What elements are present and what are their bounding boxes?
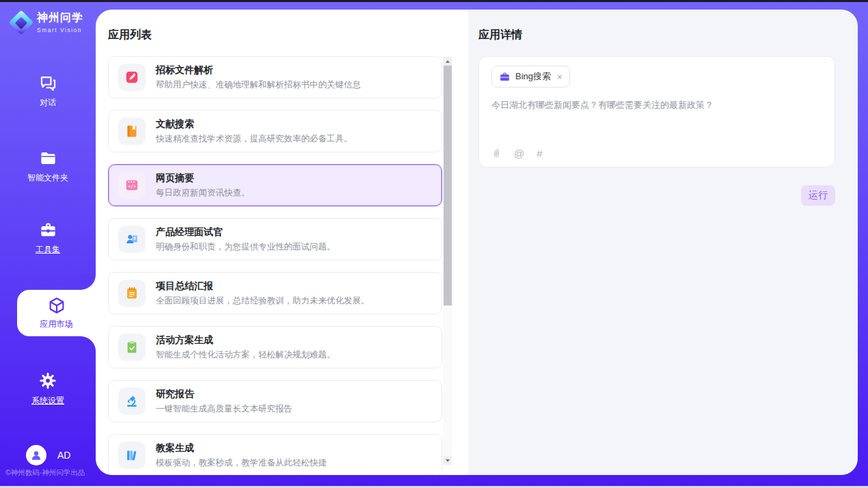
- app-list: 招标文件解析 帮助用户快速、准确地理解和解析招标书中的关键信息: [108, 56, 442, 475]
- book-icon: [124, 124, 139, 139]
- app-card-text: 招标文件解析 帮助用户快速、准确地理解和解析招标书中的关键信息: [156, 64, 361, 91]
- app-card-desc: 全面回顾项目进展，总结经验教训，助力未来优化发展。: [156, 295, 370, 307]
- cube-icon: [47, 296, 66, 315]
- window-top-edge: [0, 0, 868, 2]
- tab-curve-bottom: [81, 336, 96, 351]
- tab-curve-top: [81, 275, 96, 290]
- app-list-title: 应用列表: [108, 27, 468, 42]
- app-card-text: 研究报告 一键智能生成高质量长文本研究报告: [156, 388, 293, 415]
- app-card-title: 教案生成: [156, 442, 327, 455]
- app-detail-panel: 应用详情 Bing搜索 × 今日湖北有哪些新闻要点？有哪些需要关注的最新政策？: [468, 10, 858, 475]
- user-row[interactable]: AD: [26, 445, 70, 465]
- app-window: 神州问学 Smart Vision 对话 智能文件夹: [0, 0, 868, 488]
- app-card-bid-analysis[interactable]: 招标文件解析 帮助用户快速、准确地理解和解析招标书中的关键信息: [108, 56, 442, 98]
- app-card-title: 文献搜索: [156, 118, 353, 131]
- app-card-literature-search[interactable]: 文献搜索 快速精准查找学术资源，提高研究效率的必备工具。: [108, 110, 442, 152]
- app-card-text: 项目总结汇报 全面回顾项目进展，总结经验教训，助力未来优化发展。: [156, 280, 370, 307]
- tool-tag-label: Bing搜索: [515, 70, 551, 83]
- app-card-title: 网页摘要: [156, 172, 250, 185]
- briefcase-icon: [499, 71, 511, 83]
- list-scrollbar[interactable]: [443, 57, 452, 465]
- notepad-icon: [124, 286, 139, 301]
- books-icon: [124, 448, 139, 463]
- arrow-up-icon: [446, 60, 450, 63]
- app-card-text: 活动方案生成 智能生成个性化活动方案，轻松解决规划难题。: [156, 334, 336, 361]
- scroll-up-button[interactable]: [443, 57, 452, 66]
- brand-text: 神州问学 Smart Vision: [37, 11, 83, 33]
- app-card-title: 研究报告: [156, 388, 293, 401]
- app-card-desc: 快速精准查找学术资源，提高研究效率的必备工具。: [156, 133, 353, 145]
- app-list-panel: 应用列表 招标文件解析 帮助用户快速、准确地理解和解析招标书中: [96, 10, 468, 475]
- run-button[interactable]: 运行: [801, 185, 835, 206]
- sidebar-item-label: 工具集: [36, 244, 60, 256]
- folder-icon: [39, 149, 57, 167]
- sidebar-item-label: 系统设置: [31, 395, 64, 407]
- at-icon[interactable]: @: [514, 148, 524, 159]
- app-icon-box: [118, 64, 146, 91]
- app-card-event-plan[interactable]: 活动方案生成 智能生成个性化活动方案，轻松解决规划难题。: [108, 326, 442, 368]
- brand-logo: 神州问学 Smart Vision: [12, 11, 83, 33]
- app-card-desc: 每日政府新闻资讯快查。: [156, 187, 250, 199]
- app-icon-box: [118, 118, 146, 145]
- app-card-research-report[interactable]: 研究报告 一键智能生成高质量长文本研究报告: [108, 380, 442, 422]
- brand-logo-icon: [9, 10, 34, 35]
- sidebar-item-label: 应用市场: [40, 318, 73, 330]
- sidebar: 神州问学 Smart Vision 对话 智能文件夹: [0, 2, 96, 486]
- sidebar-item-chat[interactable]: 对话: [0, 74, 96, 109]
- app-card-project-summary[interactable]: 项目总结汇报 全面回顾项目进展，总结经验教训，助力未来优化发展。: [108, 272, 442, 314]
- user-initials: AD: [57, 450, 70, 461]
- app-card-desc: 帮助用户快速、准确地理解和解析招标书中的关键信息: [156, 79, 361, 91]
- app-card-title: 活动方案生成: [156, 334, 336, 347]
- copyright-footer: ©神州数码·神州问学出品: [5, 468, 85, 478]
- tool-tag-bing-search[interactable]: Bing搜索 ×: [491, 66, 570, 87]
- prompt-card: Bing搜索 × 今日湖北有哪些新闻要点？有哪些需要关注的最新政策？ @ #: [478, 56, 835, 167]
- app-card-text: 文献搜索 快速精准查找学术资源，提高研究效率的必备工具。: [156, 118, 353, 145]
- hash-icon[interactable]: #: [537, 148, 542, 159]
- app-card-pm-interviewer[interactable]: 产品经理面试官 明确身份和职责，为您提供专业性的面试问题。: [108, 218, 442, 260]
- prompt-text[interactable]: 今日湖北有哪些新闻要点？有哪些需要关注的最新政策？: [491, 98, 822, 113]
- webpage-icon: </>: [124, 178, 139, 193]
- sidebar-item-app-market[interactable]: 应用市场: [17, 290, 96, 336]
- close-icon[interactable]: ×: [557, 72, 562, 82]
- sidebar-item-smart-folder[interactable]: 智能文件夹: [0, 149, 96, 184]
- svg-text:</>: </>: [128, 185, 136, 189]
- microscope-icon: [124, 394, 139, 409]
- scroll-down-button[interactable]: [443, 456, 452, 465]
- paperclip-icon[interactable]: [491, 148, 502, 159]
- avatar: [26, 445, 46, 465]
- app-card-text: 网页摘要 每日政府新闻资讯快查。: [156, 172, 250, 199]
- app-card-title: 产品经理面试官: [156, 226, 336, 239]
- app-card-desc: 模板驱动，教案秒成，教学准备从此轻松快捷: [156, 457, 327, 469]
- gear-icon: [38, 371, 57, 390]
- app-background: 神州问学 Smart Vision 对话 智能文件夹: [0, 2, 868, 486]
- sidebar-item-toolset[interactable]: 工具集: [0, 221, 96, 256]
- app-detail-title: 应用详情: [478, 27, 835, 42]
- interviewer-icon: [124, 232, 139, 247]
- app-card-web-summary[interactable]: </> 网页摘要 每日政府新闻资讯快查。: [108, 164, 442, 206]
- sidebar-item-settings[interactable]: 系统设置: [0, 371, 96, 407]
- app-card-text: 教案生成 模板驱动，教案秒成，教学准备从此轻松快捷: [156, 442, 327, 469]
- scrollbar-thumb[interactable]: [444, 66, 452, 306]
- sidebar-item-label: 智能文件夹: [27, 172, 68, 184]
- app-card-title: 招标文件解析: [156, 64, 361, 77]
- app-card-title: 项目总结汇报: [156, 280, 370, 293]
- clipboard-check-icon: [124, 340, 139, 355]
- brand-subtitle: Smart Vision: [37, 27, 83, 33]
- main-content: 应用列表 招标文件解析 帮助用户快速、准确地理解和解析招标书中: [96, 10, 858, 475]
- arrow-down-icon: [446, 459, 450, 462]
- app-icon-box: [118, 442, 146, 469]
- app-card-text: 产品经理面试官 明确身份和职责，为您提供专业性的面试问题。: [156, 226, 336, 253]
- prompt-toolbar: @ #: [491, 148, 543, 159]
- chat-icon: [39, 74, 57, 92]
- toolbox-icon: [39, 221, 57, 239]
- app-icon-box: [118, 388, 146, 415]
- app-icon-box: [118, 334, 146, 361]
- brand-name: 神州问学: [37, 11, 83, 25]
- run-row: 运行: [478, 185, 835, 206]
- app-card-lesson-plan[interactable]: 教案生成 模板驱动，教案秒成，教学准备从此轻松快捷: [108, 434, 442, 475]
- edit-doc-icon: [124, 70, 139, 85]
- app-card-desc: 一键智能生成高质量长文本研究报告: [156, 403, 293, 415]
- app-card-desc: 明确身份和职责，为您提供专业性的面试问题。: [156, 241, 336, 253]
- app-icon-box: [118, 226, 146, 253]
- app-card-desc: 智能生成个性化活动方案，轻松解决规划难题。: [156, 349, 336, 361]
